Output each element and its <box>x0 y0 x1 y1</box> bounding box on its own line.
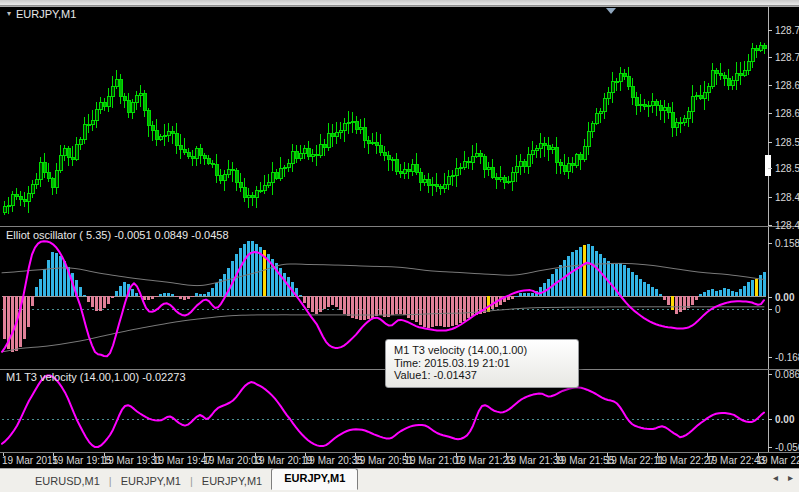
candle-body <box>723 75 726 78</box>
histogram-bar-down <box>343 296 346 314</box>
candle-body <box>31 184 34 193</box>
candle-body <box>115 79 118 86</box>
candle-body <box>419 172 422 182</box>
histogram-bar-down <box>95 296 98 311</box>
candle-body <box>523 161 526 166</box>
histogram-bar-down <box>27 296 30 327</box>
histogram-bar-down <box>111 296 114 298</box>
histogram-bar-up <box>523 293 526 297</box>
candle-body <box>107 97 110 106</box>
histogram-bar-up <box>215 283 218 296</box>
velocity-axis-label: 0.00 <box>775 414 795 425</box>
histogram-bar-down <box>179 296 182 299</box>
symbol-period-label[interactable]: ▾ EURJPY,M1 <box>7 8 76 20</box>
candle-body <box>403 169 406 173</box>
candle-body <box>131 103 134 113</box>
scroll-to-end-marker[interactable] <box>606 8 616 14</box>
candle-body <box>531 150 534 154</box>
tab-scroll-left-icon[interactable]: ◂ <box>773 472 778 483</box>
candle-body <box>359 128 362 129</box>
histogram-bar-down <box>663 296 666 300</box>
candle-body <box>423 180 426 182</box>
candle-body <box>455 168 458 176</box>
candle-body <box>715 71 718 74</box>
candle-body <box>559 162 562 165</box>
candle-body <box>543 143 546 145</box>
histogram-bar-down <box>471 296 474 316</box>
candle-body <box>383 152 386 156</box>
candle-body <box>627 76 630 87</box>
histogram-bar-down <box>107 296 110 304</box>
histogram-bar-up <box>715 291 718 296</box>
candle-body <box>567 164 570 172</box>
histogram-bar-down <box>339 296 342 310</box>
candle-body <box>623 74 626 77</box>
candle-body <box>267 183 270 185</box>
histogram-bar-down <box>3 296 6 339</box>
candle-body <box>67 148 70 157</box>
elliot-upper-band <box>2 263 764 285</box>
candle-body <box>507 181 510 182</box>
histogram-bar-down <box>695 296 698 300</box>
histogram-bar-up <box>247 241 250 296</box>
candle-body <box>119 79 122 96</box>
candle-body <box>355 121 358 129</box>
candle-body <box>711 71 714 87</box>
candle-body <box>75 145 78 160</box>
chart-tab[interactable]: EURJPY,M1 <box>193 473 271 489</box>
histogram-bar-down <box>347 296 350 316</box>
histogram-bar-down <box>315 296 318 314</box>
candle-body <box>271 172 274 183</box>
candle-body <box>435 184 438 186</box>
histogram-bar-up <box>167 293 170 296</box>
histogram-bar-up <box>519 293 522 296</box>
candle-body <box>339 131 342 132</box>
histogram-bar-up <box>719 290 722 296</box>
tab-scroll-right-icon[interactable]: ▸ <box>788 472 793 483</box>
candle-body <box>647 105 650 106</box>
candle-body <box>739 74 742 76</box>
candle-body <box>515 166 518 172</box>
chart-tab[interactable]: EURUSD,M1 <box>26 473 109 489</box>
price-axis-label: 128.633 <box>775 108 799 119</box>
price-axis-label: 128.688 <box>775 80 799 91</box>
histogram-bar-down <box>679 296 682 312</box>
candle-body <box>27 194 30 202</box>
histogram-bar-up <box>595 251 598 297</box>
chart-tab[interactable]: EURJPY,M1 <box>112 473 190 489</box>
histogram-bar-down <box>303 296 306 303</box>
histogram-bar-down <box>671 296 674 310</box>
candle-body <box>375 143 378 146</box>
histogram-bar-down <box>187 296 190 299</box>
candle-body <box>595 114 598 123</box>
histogram-bar-up <box>619 263 622 296</box>
histogram-bar-up <box>707 290 710 296</box>
candle-body <box>491 167 494 177</box>
elliot-axis-label: 0.1583 <box>775 238 799 249</box>
candle-body <box>79 140 82 145</box>
candle-body <box>675 123 678 127</box>
histogram-bar-up <box>207 292 210 296</box>
candle-body <box>247 196 250 198</box>
histogram-bar-up <box>659 294 662 296</box>
candle-body <box>303 149 306 153</box>
candle-body <box>199 148 202 155</box>
chart-tab-bar: EURUSD,M1|EURJPY,M1|EURJPY,M1EURJPY,M1 <box>0 468 799 492</box>
candle-body <box>123 96 126 100</box>
histogram-bar-up <box>55 253 58 296</box>
histogram-bar-down <box>147 296 150 300</box>
histogram-bar-down <box>395 296 398 314</box>
candle-body <box>15 194 18 196</box>
histogram-bar-up <box>611 264 614 296</box>
histogram-bar-up <box>591 246 594 296</box>
candle-body <box>415 165 418 172</box>
candle-body <box>155 130 158 139</box>
candle-body <box>167 131 170 135</box>
chart-tab-active[interactable]: EURJPY,M1 <box>271 468 358 490</box>
histogram-bar-down <box>399 296 402 314</box>
histogram-bar-up <box>59 256 62 296</box>
histogram-bar-up <box>579 247 582 296</box>
histogram-bar-down <box>435 296 438 326</box>
candle-body <box>683 118 686 122</box>
histogram-bar-up <box>211 288 214 296</box>
